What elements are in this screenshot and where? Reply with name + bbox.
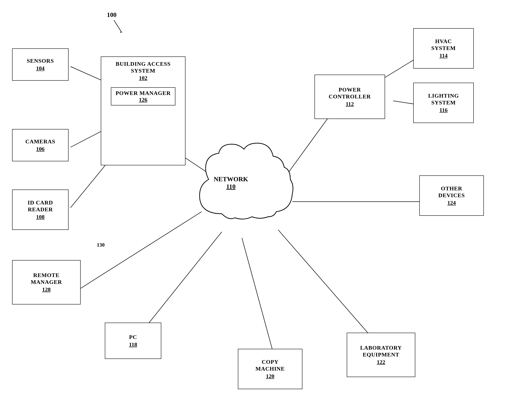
power-controller-label2: CONTROLLER xyxy=(329,93,371,100)
svg-line-11 xyxy=(242,238,272,349)
remote-manager-box: REMOTE MANAGER 128 xyxy=(12,260,81,304)
lighting-number: 116 xyxy=(440,107,448,113)
idcard-label1: ID CARD xyxy=(28,199,53,206)
idcard-number: 108 xyxy=(36,214,44,220)
diagram: 100 130 SENSORS 104 xyxy=(0,0,531,420)
svg-line-12 xyxy=(278,230,373,339)
network-text: NETWORK xyxy=(214,175,248,183)
svg-marker-1 xyxy=(120,31,122,33)
network-label: NETWORK 110 xyxy=(214,175,248,190)
sensors-box: SENSORS 104 xyxy=(12,48,69,81)
ref-number: 100 xyxy=(107,11,117,18)
hvac-box: HVAC SYSTEM 114 xyxy=(413,28,474,69)
other-devices-number: 124 xyxy=(447,200,456,206)
copy-machine-box: COPY MACHINE 120 xyxy=(238,349,302,389)
sensors-label: SENSORS xyxy=(27,58,54,64)
power-manager-number: 126 xyxy=(139,97,147,103)
hvac-number: 114 xyxy=(440,52,448,59)
cameras-box: CAMERAS 106 xyxy=(12,129,69,161)
power-controller-number: 112 xyxy=(346,101,354,107)
network-number: 110 xyxy=(214,183,248,190)
bas-label2: SYSTEM xyxy=(131,67,155,74)
power-controller-label1: POWER xyxy=(339,86,361,93)
copy-machine-number: 120 xyxy=(266,373,274,379)
idcard-box: ID CARD READER 108 xyxy=(12,190,69,230)
power-manager-box: POWER MANAGER 126 xyxy=(111,87,175,105)
cameras-number: 106 xyxy=(36,146,44,152)
copy-machine-label2: MACHINE xyxy=(255,365,285,372)
pc-box: PC 118 xyxy=(105,323,161,359)
idcard-label2: READER xyxy=(28,206,53,213)
lighting-label2: SYSTEM xyxy=(431,99,456,106)
remote-manager-label2: MANAGER xyxy=(31,279,62,285)
pc-number: 118 xyxy=(129,341,137,348)
lab-equipment-box: LABORATORY EQUIPMENT 122 xyxy=(347,333,415,377)
power-controller-box: POWER CONTROLLER 112 xyxy=(314,75,385,119)
svg-line-10 xyxy=(141,232,222,333)
lab-equipment-number: 122 xyxy=(377,359,385,365)
bas-number: 102 xyxy=(139,75,147,81)
pc-label: PC xyxy=(129,334,137,341)
other-devices-label2: DEVICES xyxy=(438,192,465,199)
ref-arrow xyxy=(110,18,126,34)
hvac-label1: HVAC xyxy=(435,38,452,45)
other-devices-box: OTHER DEVICES 124 xyxy=(419,175,484,216)
other-devices-label1: OTHER xyxy=(441,185,462,192)
power-manager-label: POWER MANAGER xyxy=(116,90,171,96)
lighting-box: LIGHTING SYSTEM 116 xyxy=(413,83,474,123)
lab-equipment-label2: EQUIPMENT xyxy=(363,351,399,358)
sensors-number: 104 xyxy=(36,65,44,72)
remote-manager-number: 128 xyxy=(42,286,51,293)
svg-line-0 xyxy=(114,20,121,31)
cameras-label: CAMERAS xyxy=(25,138,56,145)
line-label-130: 130 xyxy=(97,242,105,248)
bas-box: BUILDING ACCESS SYSTEM 102 POWER MANAGER… xyxy=(101,57,185,165)
copy-machine-label1: COPY xyxy=(262,359,278,365)
lighting-label1: LIGHTING xyxy=(428,92,459,99)
hvac-label2: SYSTEM xyxy=(431,45,456,52)
bas-label1: BUILDING ACCESS xyxy=(116,60,171,67)
remote-manager-label1: REMOTE xyxy=(33,272,59,279)
lab-equipment-label1: LABORATORY xyxy=(360,345,402,351)
